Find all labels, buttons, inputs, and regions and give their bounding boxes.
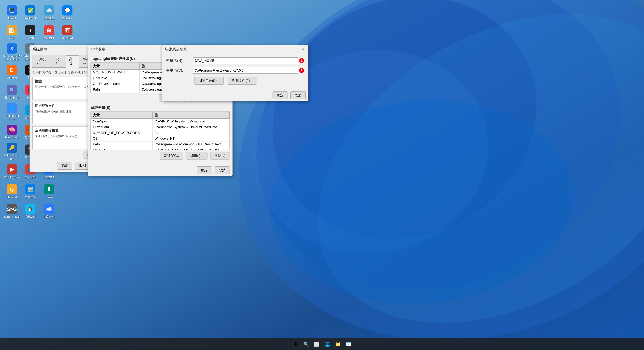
sys-vars-title: 系统变量(S) <box>90 105 230 110</box>
sys-var-value: Windows_NT <box>152 136 230 141</box>
sys-var-value: 24 <box>152 130 230 136</box>
sys-delete-button[interactable]: 删除(L) <box>210 152 230 159</box>
sys-new-button[interactable]: 新建(W)... <box>160 152 183 159</box>
tab-advanced[interactable]: 高级 <box>66 55 79 68</box>
taskbar-search[interactable]: 🔍 <box>302 340 311 349</box>
sys-var-row[interactable]: NUMBER_OF_PROCESSORS24 <box>91 130 230 136</box>
taskbar: ⊞ 🔍 ⬜ 🌐 📁 ✉️ <box>0 338 644 350</box>
sys-var-name: PATHEXT <box>91 147 152 150</box>
sys-var-row[interactable]: OSWindows_NT <box>91 136 230 141</box>
newVar-ok-button[interactable]: 确定 <box>272 91 288 99</box>
sys-vars-list[interactable]: 变量 值 ComSpecC:\WINDOWS\system32\cmd.exeD… <box>90 111 230 150</box>
sys-var-name: Path <box>91 141 152 147</box>
sys-var-row[interactable]: DriverDataC:\Windows\System32\Drivers\Dr… <box>91 124 230 130</box>
taskbar-explorer[interactable]: 📁 <box>334 340 343 349</box>
browse-file-button[interactable]: 浏览文件(F)... <box>228 77 257 84</box>
taskbar-taskview[interactable]: ⬜ <box>312 340 322 349</box>
var-value-label: 变量值(V): <box>166 68 193 73</box>
browse-dir-button[interactable]: 浏览目录(D)... <box>194 77 224 84</box>
sys-var-row[interactable]: PathC:\Program Files\Common Files\Oracle… <box>91 141 230 147</box>
sys-var-value: C:\Program Files\Common Files\Oracle\Jav… <box>152 141 230 147</box>
newVar-controls: ✕ <box>300 47 306 52</box>
sys-var-value: C:\Windows\System32\Drivers\DriverData <box>152 124 230 130</box>
user-var-name: OneDriveConsumer <box>91 81 140 87</box>
sys-vars-table: 变量 值 ComSpecC:\WINDOWS\system32\cmd.exeD… <box>91 112 230 150</box>
var-name-row: 变量名(N): 1 <box>166 57 304 64</box>
var-value-badge: 2 <box>299 68 304 73</box>
user-var-name: TEMP <box>91 92 140 93</box>
envVars-ok-button[interactable]: 确定 <box>197 166 212 174</box>
sys-var-row[interactable]: PATHEXT.COM;.EXE;.BAT;.CMD;.VBS;.VBE;.JS… <box>91 147 230 150</box>
sys-edit-button[interactable]: 编辑(I)... <box>186 152 208 159</box>
taskbar-start[interactable]: ⊞ <box>291 340 300 349</box>
tab-hardware[interactable]: 硬件 <box>52 55 66 67</box>
browse-btns-row: 浏览目录(D)... 浏览文件(F)... <box>193 77 304 84</box>
newVar-titlebar: 新建系统变量 ✕ <box>162 45 308 53</box>
new-sys-var-window: 新建系统变量 ✕ 变量名(N): 1 变量值(V): 2 浏览目录(D)... … <box>162 45 308 101</box>
var-name-label: 变量名(N): <box>166 58 193 63</box>
user-var-name: OneDrive <box>91 75 140 81</box>
taskbar-mail[interactable]: ✉️ <box>344 340 353 349</box>
envVars-cancel-button[interactable]: 取消 <box>214 166 230 174</box>
col-var-name: 变量 <box>91 63 140 69</box>
var-value-row: 变量值(V): 2 <box>166 67 304 74</box>
newVar-cancel-button[interactable]: 取消 <box>290 91 306 99</box>
sys-var-name: ComSpec <box>91 119 152 124</box>
taskbar-edge[interactable]: 🌐 <box>323 340 332 349</box>
sys-col-var-name: 变量 <box>91 112 152 119</box>
newVar-close-button[interactable]: ✕ <box>300 47 306 52</box>
envVars-title: 环境变量 <box>90 47 105 52</box>
sys-var-name: NUMBER_OF_PROCESSORS <box>91 130 152 136</box>
sys-var-name: OS <box>91 136 152 141</box>
sys-var-value: .COM;.EXE;.BAT;.CMD;.VBS;.VBE;.JS;.JSE;.… <box>152 147 230 150</box>
sysProps-title: 系统属性 <box>32 47 47 52</box>
sys-var-row[interactable]: ComSpecC:\WINDOWS\system32\cmd.exe <box>91 119 230 124</box>
tab-computer-name[interactable]: 计算机名 <box>32 55 52 67</box>
var-value-input[interactable] <box>193 67 298 74</box>
var-name-input[interactable] <box>193 57 298 64</box>
user-var-name: Path <box>91 87 140 92</box>
sys-var-value: C:\WINDOWS\system32\cmd.exe <box>152 119 230 124</box>
sys-var-name: DriverData <box>91 124 152 130</box>
var-name-badge: 1 <box>299 58 304 63</box>
user-var-name: MOZ_PLUGIN_PATH <box>91 69 140 75</box>
sysProps-ok-button[interactable]: 确定 <box>57 162 72 170</box>
envVars-bottom-btns: 确定 取消 <box>88 164 232 176</box>
newVar-title: 新建系统变量 <box>165 47 187 52</box>
newVar-bottom-btns: 确定 取消 <box>162 89 308 101</box>
sys-col-var-value: 值 <box>152 112 230 119</box>
